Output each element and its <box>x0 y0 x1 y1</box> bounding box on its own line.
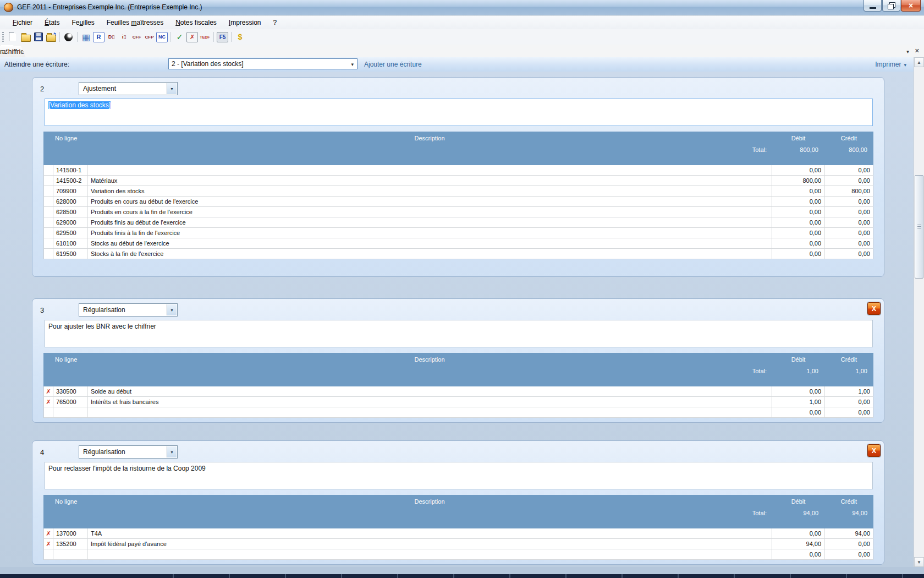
row-credit[interactable]: 1,00 <box>824 386 873 396</box>
row-credit[interactable]: 0,00 <box>824 407 873 417</box>
row-description[interactable]: Produits finis à la fin de l'exercice <box>87 228 772 238</box>
close-button[interactable]: × <box>901 0 921 12</box>
row-credit[interactable]: 94,00 <box>824 528 873 538</box>
row-debit[interactable]: 94,00 <box>772 539 824 549</box>
entry-description-input[interactable]: Pour ajuster les BNR avec le chiffrier <box>45 320 873 347</box>
row-no-ligne[interactable]: 629000 <box>53 217 87 227</box>
row-debit[interactable]: 0,00 <box>772 549 824 559</box>
table-row[interactable]: 629500 Produits finis à la fin de l'exer… <box>44 228 873 238</box>
row-credit[interactable]: 0,00 <box>824 176 873 186</box>
menu-item-6[interactable]: ? <box>267 17 283 28</box>
delete-entry-button[interactable]: X <box>867 302 881 315</box>
row-description[interactable]: Variation des stocks <box>87 186 772 196</box>
tedf-icon[interactable]: TEDF <box>199 31 211 43</box>
chevron-down-icon[interactable]: ▾ <box>167 304 177 315</box>
table-row[interactable]: ✗ 765000 Intérêts et frais bancaires 1,0… <box>44 397 873 407</box>
row-no-ligne[interactable]: 765000 <box>53 397 87 407</box>
chevron-down-icon[interactable]: ▾ <box>167 83 177 94</box>
open-folder-icon[interactable] <box>20 31 31 43</box>
row-description[interactable]: Impôt fédéral payé d'avance <box>87 539 772 549</box>
nc-icon[interactable]: NC <box>156 32 168 42</box>
entry-type-select[interactable]: Régularisation ▾ <box>79 303 178 317</box>
validate-check-icon[interactable]: ✓ <box>174 31 185 43</box>
scroll-down-arrow-icon[interactable]: ▼ <box>914 557 924 567</box>
d-sheet-icon[interactable]: D▯ <box>106 31 117 43</box>
row-credit[interactable]: 0,00 <box>824 238 873 248</box>
row-description[interactable] <box>87 165 772 175</box>
table-row[interactable]: 141500-1 0,00 0,00 <box>44 165 873 176</box>
table-row[interactable]: 709900 Variation des stocks 0,00 800,00 <box>44 186 873 197</box>
row-description[interactable]: Stocks à la fin de l'exercice <box>87 249 772 259</box>
goto-entry-select[interactable]: 2 - [Variation des stocks] ▾ <box>168 58 358 69</box>
tab-close-icon[interactable]: ✕ <box>915 47 920 56</box>
row-description[interactable] <box>87 549 772 559</box>
table-row[interactable]: ✗ 330500 Solde au début 0,00 1,00 <box>44 386 873 397</box>
row-credit[interactable]: 0,00 <box>824 539 873 549</box>
row-description[interactable]: Intérêts et frais bancaires <box>87 397 772 407</box>
table-row[interactable]: 0,00 0,00 <box>44 549 873 560</box>
table-row[interactable]: 629000 Produits finis au début de l'exer… <box>44 217 873 228</box>
row-credit[interactable]: 0,00 <box>824 165 873 175</box>
row-debit[interactable]: 0,00 <box>772 528 824 538</box>
row-no-ligne[interactable]: 141500-2 <box>53 176 87 186</box>
row-debit[interactable]: 0,00 <box>772 197 824 206</box>
row-credit[interactable]: 0,00 <box>824 228 873 238</box>
row-debit[interactable]: 1,00 <box>772 397 824 407</box>
row-debit[interactable]: 0,00 <box>772 165 824 175</box>
row-no-ligne[interactable] <box>53 549 87 559</box>
scrollbar-thumb[interactable] <box>915 175 923 279</box>
menu-item-2[interactable]: Feuilles <box>65 17 100 28</box>
add-entry-link[interactable]: Ajouter une écriture <box>364 61 422 68</box>
entry-type-select[interactable]: Régularisation ▾ <box>79 445 178 459</box>
table-row[interactable]: ✗ 137000 T4A 0,00 94,00 <box>44 528 873 539</box>
save-icon[interactable] <box>32 31 44 43</box>
new-file-icon[interactable] <box>7 31 19 43</box>
row-debit[interactable]: 0,00 <box>772 238 824 248</box>
row-no-ligne[interactable]: 628000 <box>53 197 87 206</box>
row-credit[interactable]: 0,00 <box>824 197 873 206</box>
chevron-down-icon[interactable]: ▾ <box>351 62 354 67</box>
i-sheet-icon[interactable]: i▯ <box>118 31 130 43</box>
dollar-icon[interactable]: $ <box>234 31 246 43</box>
row-description[interactable]: Produits en cours au début de l'exercice <box>87 197 772 206</box>
row-credit[interactable]: 0,00 <box>824 549 873 559</box>
row-description[interactable]: Matériaux <box>87 176 772 186</box>
row-debit[interactable]: 0,00 <box>772 407 824 417</box>
row-description[interactable]: Produits finis au début de l'exercice <box>87 217 772 227</box>
row-no-ligne[interactable] <box>53 407 87 417</box>
row-description[interactable] <box>87 407 772 417</box>
row-credit[interactable]: 0,00 <box>824 249 873 259</box>
row-no-ligne[interactable]: 330500 <box>53 386 87 396</box>
chevron-down-icon[interactable]: ▾ <box>167 446 177 457</box>
delete-row-button[interactable]: ✗ <box>44 386 53 396</box>
cf-f-sheet-icon[interactable]: CFF <box>131 31 142 43</box>
restore-button[interactable] <box>882 0 900 12</box>
row-credit[interactable]: 0,00 <box>824 397 873 407</box>
row-no-ligne[interactable]: 137000 <box>53 528 87 538</box>
row-credit[interactable]: 0,00 <box>824 207 873 217</box>
table-row[interactable]: 628000 Produits en cours au début de l'e… <box>44 197 873 207</box>
table-row[interactable]: 628500 Produits en cours à la fin de l'e… <box>44 207 873 217</box>
row-debit[interactable]: 0,00 <box>772 249 824 259</box>
table-row[interactable]: ✗ 135200 Impôt fédéral payé d'avance 94,… <box>44 539 873 549</box>
table-row[interactable]: 0,00 0,00 <box>44 407 873 418</box>
row-debit[interactable]: 800,00 <box>772 176 824 186</box>
row-debit[interactable]: 0,00 <box>772 228 824 238</box>
entry-type-select[interactable]: Ajustement ▾ <box>79 82 178 95</box>
row-no-ligne[interactable]: 141500-1 <box>53 165 87 175</box>
menu-item-4[interactable]: Notes fiscales <box>169 17 223 28</box>
delete-row-button[interactable]: ✗ <box>44 397 53 407</box>
menu-item-1[interactable]: États <box>38 17 65 28</box>
row-no-ligne[interactable]: 629500 <box>53 228 87 238</box>
delete-entry-button[interactable]: X <box>867 444 881 457</box>
tab-list-dropdown-icon[interactable]: ▾ <box>906 48 909 56</box>
rz-report-icon[interactable]: R <box>93 32 105 42</box>
row-debit[interactable]: 0,00 <box>772 386 824 396</box>
row-description[interactable]: Produits en cours à la fin de l'exercice <box>87 207 772 217</box>
delete-row-button[interactable]: ✗ <box>44 539 53 549</box>
row-debit[interactable]: 0,00 <box>772 217 824 227</box>
table-row[interactable]: 619500 Stocks à la fin de l'exercice 0,0… <box>44 249 873 259</box>
entry-description-input[interactable]: Pour reclasser l'impôt de la ristourne d… <box>45 462 873 489</box>
f5-key-icon[interactable]: F5 <box>217 32 228 42</box>
row-description[interactable]: T4A <box>87 528 772 538</box>
